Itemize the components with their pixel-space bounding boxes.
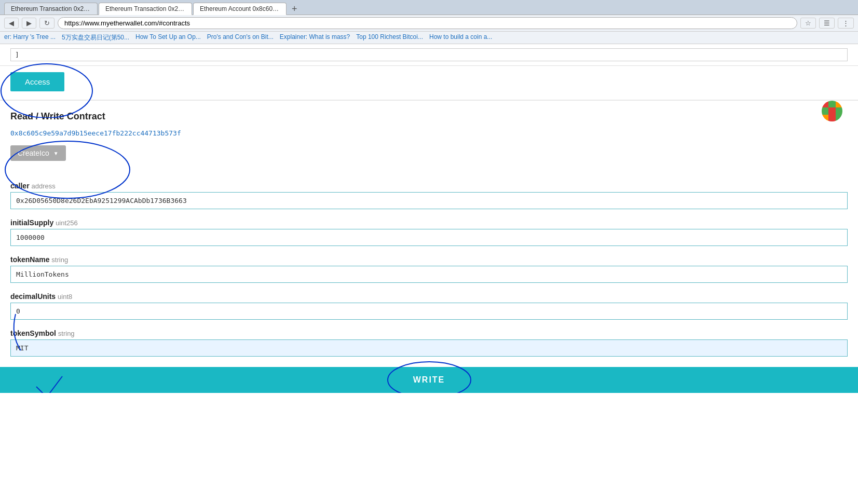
new-tab-button[interactable]: + — [288, 4, 302, 15]
tab-bar: Ethereum Transaction 0x2d... Ethereum Tr… — [0, 0, 858, 15]
bookmark-3[interactable]: How To Set Up an Op... — [135, 33, 201, 42]
caller-input[interactable] — [10, 192, 848, 209]
nav-bar: ◀ ▶ ↻ ☆ ☰ ⋮ — [0, 15, 858, 32]
bookmark-7[interactable]: How to build a coin a... — [429, 33, 492, 42]
tab-2[interactable]: Ethereum Transaction 0x2d5... — [99, 3, 192, 15]
dropdown-container: CreateIco ▼ — [10, 145, 66, 171]
initial-supply-type: uint256 — [56, 219, 78, 227]
top-input-area — [0, 44, 858, 66]
chevron-down-icon: ▼ — [53, 151, 59, 156]
caller-field-group: caller address — [10, 182, 848, 209]
caller-label: caller address — [10, 182, 848, 190]
url-bar[interactable] — [58, 17, 797, 29]
browser-chrome: Ethereum Transaction 0x2d... Ethereum Tr… — [0, 0, 858, 44]
forward-button[interactable]: ▶ — [22, 18, 36, 29]
write-button[interactable]: WRITE — [413, 375, 445, 385]
decimal-units-type: uint8 — [58, 293, 72, 301]
refresh-button[interactable]: ↻ — [39, 18, 55, 29]
access-button[interactable]: Access — [10, 72, 64, 91]
decimal-units-input[interactable] — [10, 303, 848, 320]
token-symbol-label: tokenSymbol string — [10, 329, 848, 337]
bookmark-star-button[interactable]: ☆ — [800, 18, 816, 29]
token-name-type: string — [51, 256, 68, 264]
bracket-input[interactable] — [10, 48, 848, 61]
decimal-units-label: decimalUnits uint8 — [10, 292, 848, 301]
bookmarks-bar: er: Harry 's Tree ... 5万实盘交易日记(第50... Ho… — [0, 32, 858, 44]
bookmark-5[interactable]: Explainer: What is mass? — [280, 33, 350, 42]
token-symbol-field-group: tokenSymbol string — [10, 329, 848, 357]
caller-type: address — [31, 182, 55, 190]
tab-3[interactable]: Ethereum Account 0x8c605... — [193, 3, 287, 15]
token-name-label: tokenName string — [10, 255, 848, 264]
section-title: Read / Write Contract — [10, 111, 848, 122]
more-button[interactable]: ⋮ — [838, 18, 854, 29]
access-section: Access — [0, 66, 858, 101]
initial-supply-field-group: initialSupply uint256 — [10, 219, 848, 246]
menu-button[interactable]: ☰ — [819, 18, 835, 29]
createico-dropdown[interactable]: CreateIco ▼ — [10, 145, 66, 161]
avatar — [822, 101, 842, 121]
initial-supply-input[interactable] — [10, 229, 848, 246]
initial-supply-label: initialSupply uint256 — [10, 219, 848, 227]
write-bar: WRITE — [0, 367, 858, 393]
contract-section: Read / Write Contract 0x8c605c9e59a7d9b1… — [0, 101, 858, 357]
bookmark-1[interactable]: er: Harry 's Tree ... — [4, 33, 56, 42]
bookmark-4[interactable]: Pro's and Con's on Bit... — [207, 33, 274, 42]
token-name-input[interactable] — [10, 266, 848, 283]
contract-address: 0x8c605c9e59a7d9b15eece17fb222cc44713b57… — [10, 129, 848, 137]
back-button[interactable]: ◀ — [4, 18, 19, 29]
token-symbol-input[interactable] — [10, 339, 848, 357]
bookmark-6[interactable]: Top 100 Richest Bitcoi... — [356, 33, 423, 42]
bookmark-2[interactable]: 5万实盘交易日记(第50... — [62, 33, 129, 42]
avatar-container — [822, 101, 842, 121]
page-content: Access Read / Write Contract 0x8c605c9e5… — [0, 44, 858, 393]
dropdown-label: CreateIco — [18, 149, 49, 157]
decimal-units-field-group: decimalUnits uint8 — [10, 292, 848, 320]
token-symbol-type: string — [58, 330, 75, 337]
token-name-field-group: tokenName string — [10, 255, 848, 283]
tab-1[interactable]: Ethereum Transaction 0x2d... — [4, 3, 98, 15]
